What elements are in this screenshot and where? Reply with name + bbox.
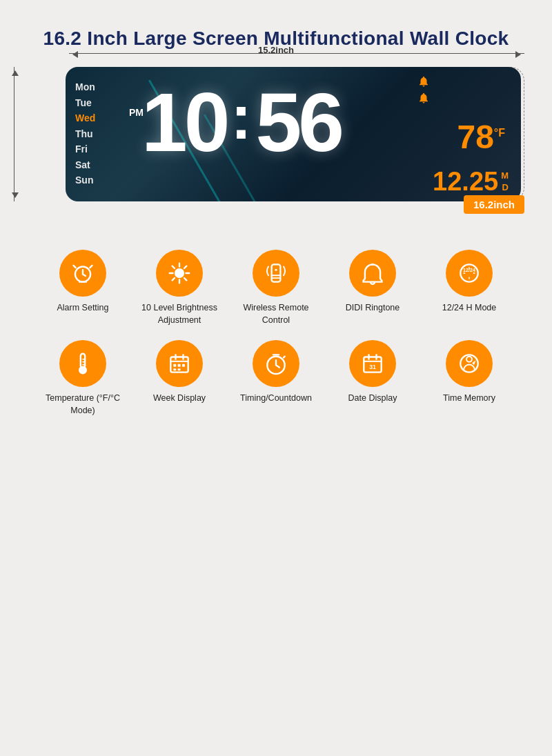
svg-point-11 <box>275 269 277 271</box>
svg-rect-10 <box>272 264 281 281</box>
alarm-icons <box>417 75 509 106</box>
page-container: 16.2 Inch Large Screen Multifunctional W… <box>0 0 552 458</box>
alarm-icon-2 <box>417 92 430 106</box>
ringtone-icon-circle <box>349 250 396 297</box>
svg-rect-26 <box>173 364 176 367</box>
feature-time-memory: Time Memory <box>424 340 514 417</box>
svg-rect-17 <box>81 354 85 368</box>
temperature-icon-circle <box>59 340 106 387</box>
feature-time-mode: 12/24 12/24 H Mode <box>424 250 514 326</box>
svg-line-9 <box>172 278 175 280</box>
height-dimension-line <box>14 67 14 201</box>
svg-line-8 <box>184 266 186 268</box>
time-memory-icon-circle <box>446 340 493 387</box>
alarm-setting-icon-circle <box>59 250 106 297</box>
day-mon: Mon <box>75 81 117 94</box>
ringtone-label: DIDI Ringtone <box>346 302 400 315</box>
feature-week-display: Week Display <box>135 340 224 417</box>
svg-point-14 <box>371 263 373 266</box>
features-section: Alarm Setting <box>14 236 538 437</box>
svg-rect-30 <box>178 368 181 370</box>
countdown-label: Timing/Countdown <box>240 392 312 405</box>
width-dimension-line <box>69 53 524 54</box>
feature-countdown: Timing/Countdown <box>231 340 321 417</box>
alarm-icon-1 <box>417 75 430 90</box>
day-fri: Fri <box>75 143 117 157</box>
right-info-section: 78°F 12.25 M D <box>417 67 514 201</box>
day-thu: Thu <box>75 128 117 141</box>
feature-remote: Wireless Remote Control <box>231 250 321 326</box>
day-wed: Wed <box>75 112 117 126</box>
temperature-display: 78°F <box>417 121 505 154</box>
feature-alarm-setting: Alarm Setting <box>38 250 128 326</box>
features-row-2: Temperature (°F/°C Mode) <box>34 340 518 417</box>
svg-text:31: 31 <box>369 364 376 370</box>
title-section: 16.2 Inch Large Screen Multifunctional W… <box>14 14 538 67</box>
brightness-icon-circle <box>156 250 203 297</box>
clock-section: 15.2inch 5.1inch Mon Tue Wed Thu Fri Sat… <box>28 67 524 201</box>
temperature-label: Temperature (°F/°C Mode) <box>38 392 128 417</box>
week-display-icon-circle <box>156 340 203 387</box>
main-time-display: 10 : 56 <box>141 81 341 163</box>
temp-value: 78 <box>457 119 493 155</box>
remote-label: Wireless Remote Control <box>231 302 321 326</box>
minutes-digit: 56 <box>255 81 340 163</box>
feature-date-display: 31 Date Display <box>328 340 417 417</box>
svg-point-40 <box>466 357 472 362</box>
date-value: 12.25 <box>433 168 498 195</box>
day-sun: Sun <box>75 174 117 188</box>
day-label: D <box>501 183 509 192</box>
svg-point-18 <box>79 367 86 374</box>
brightness-label: 10 Level Brightness Adjustment <box>135 302 224 326</box>
time-colon: : <box>230 86 251 148</box>
alarm-setting-label: Alarm Setting <box>57 302 108 315</box>
remote-icon-circle <box>253 250 299 297</box>
countdown-icon-circle <box>253 340 299 387</box>
day-sat: Sat <box>75 159 117 172</box>
time-mode-icon-circle: 12/24 <box>446 250 493 297</box>
svg-line-7 <box>184 278 186 280</box>
hours-digit: 10 <box>141 81 226 163</box>
svg-line-6 <box>172 266 175 268</box>
date-display-label: Date Display <box>348 392 397 405</box>
svg-point-1 <box>175 268 184 278</box>
days-column: Mon Tue Wed Thu Fri Sat Sun <box>66 67 117 201</box>
day-tue: Tue <box>75 97 117 110</box>
feature-brightness: 10 Level Brightness Adjustment <box>135 250 224 326</box>
temp-unit: °F <box>494 127 505 139</box>
size-badge: 16.2inch <box>464 195 524 214</box>
feature-temperature: Temperature (°F/°C Mode) <box>38 340 128 417</box>
date-time-display: 12.25 M D <box>417 168 509 195</box>
date-display-icon-circle: 31 <box>349 340 396 387</box>
svg-line-33 <box>284 357 285 358</box>
width-dimension-text: 15.2inch <box>258 45 294 55</box>
week-display-label: Week Display <box>153 392 206 405</box>
feature-ringtone: DIDI Ringtone <box>328 250 417 326</box>
time-mode-label: 12/24 H Mode <box>442 302 497 315</box>
svg-rect-28 <box>182 364 185 367</box>
time-memory-label: Time Memory <box>443 392 495 405</box>
month-label: M <box>501 171 509 180</box>
clock-display: Mon Tue Wed Thu Fri Sat Sun PM 10 : 56 <box>66 67 521 201</box>
features-row-1: Alarm Setting <box>34 250 518 326</box>
svg-rect-27 <box>178 364 181 367</box>
svg-rect-29 <box>173 368 176 370</box>
